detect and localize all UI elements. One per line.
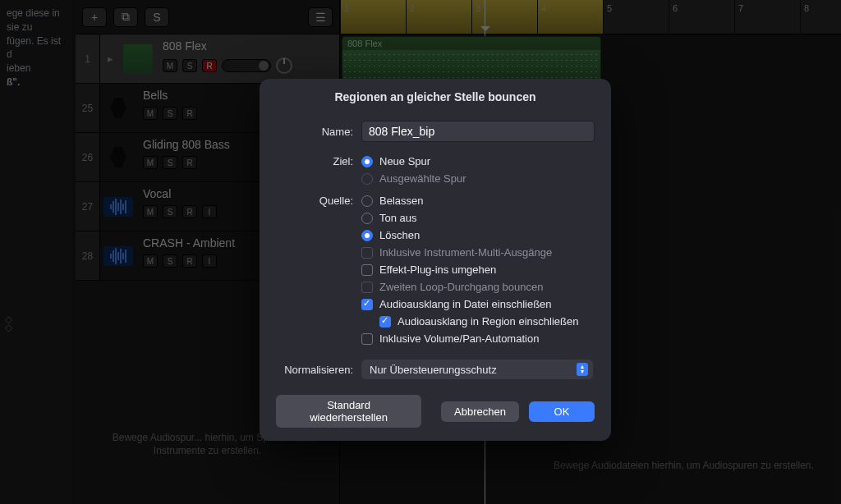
solo-button[interactable]: S: [163, 107, 177, 120]
mute-button[interactable]: M: [143, 156, 158, 169]
solo-button[interactable]: S: [163, 254, 177, 268]
input-monitor-button[interactable]: I: [202, 254, 217, 268]
record-button[interactable]: R: [182, 156, 197, 169]
mic-icon: [109, 98, 127, 119]
check-second-loop: [361, 282, 373, 293]
quelle-tonaus-radio[interactable]: [361, 213, 373, 224]
quelle-loeschen-label: Löschen: [379, 229, 420, 241]
dialog-title: Regionen an gleicher Stelle bouncen: [260, 90, 611, 103]
check-tail-file[interactable]: [361, 299, 373, 310]
track-index: 27: [76, 182, 100, 231]
record-button[interactable]: R: [202, 59, 217, 72]
track-name: 808 Flex: [163, 39, 339, 53]
reset-defaults-button[interactable]: Standard wiederherstellen: [276, 395, 421, 428]
region-content: [342, 52, 600, 81]
waveform-icon: [103, 246, 133, 266]
check-tail-region[interactable]: [379, 316, 391, 328]
midi-region[interactable]: 808 Flex: [342, 36, 601, 82]
check-second-loop-label: Zweiten Loop-Durchgang bouncen: [379, 281, 543, 293]
library-hint: ege diese in sie zu fügen. Es ist d iebe…: [7, 7, 66, 89]
quelle-belassen-label: Belassen: [379, 195, 423, 207]
disclosure-icon[interactable]: ▸: [100, 34, 120, 83]
normalize-label: Normalisieren:: [260, 364, 353, 376]
ruler-tick: 1: [340, 0, 349, 34]
record-button[interactable]: R: [182, 107, 197, 120]
mic-icon: [109, 147, 127, 168]
track-index: 28: [76, 231, 100, 280]
quelle-label: Quelle:: [260, 195, 353, 207]
ruler-tick: 7: [734, 0, 743, 34]
ziel-neue-spur-label: Neue Spur: [379, 155, 430, 167]
check-bypass-fx-label: Effekt-Plug-ins umgehen: [379, 263, 496, 276]
track-icon: [100, 182, 136, 231]
waveform-icon: [103, 197, 133, 217]
track-index: 1: [76, 34, 100, 83]
input-monitor-button[interactable]: I: [202, 205, 217, 218]
check-multi: [361, 247, 373, 259]
ruler-tick: 6: [669, 0, 678, 34]
select-caret-icon: ▲▼: [577, 363, 588, 376]
quelle-belassen-radio[interactable]: [361, 195, 373, 207]
check-volume-pan-label: Inklusive Volume/Pan-Automation: [379, 332, 539, 345]
track-icon: [100, 84, 136, 132]
record-button[interactable]: R: [182, 205, 197, 218]
check-tail-region-label: Audioausklang in Region einschließen: [398, 315, 578, 328]
region-label: 808 Flex: [342, 37, 600, 50]
ruler-tick: 5: [603, 0, 612, 34]
track-toolbar: + ⧉ S ☰: [76, 0, 339, 34]
name-label: Name:: [260, 126, 353, 138]
ruler-tick: 2: [406, 0, 415, 34]
zoom-handles[interactable]: ◇◇: [5, 315, 12, 332]
drumpad-icon: [123, 44, 153, 74]
ruler-tick: 4: [537, 0, 546, 34]
mute-button[interactable]: M: [143, 107, 158, 120]
bounce-dialog: Regionen an gleicher Stelle bouncen Name…: [260, 79, 611, 441]
check-tail-file-label: Audioausklang in Datei einschließen: [379, 298, 552, 310]
solo-button[interactable]: S: [163, 156, 177, 169]
check-multi-label: Inklusive Instrument-Multi-Ausgänge: [379, 246, 552, 259]
name-input[interactable]: [361, 121, 595, 142]
ziel-ausgewaehlte-radio: [361, 173, 373, 185]
volume-slider[interactable]: [222, 59, 271, 72]
solo-button[interactable]: S: [163, 205, 177, 218]
quelle-loeschen-radio[interactable]: [361, 230, 373, 241]
track-icon: [100, 133, 136, 181]
library-panel: ege diese in sie zu fügen. Es ist d iebe…: [0, 0, 72, 504]
duplicate-track-button[interactable]: ⧉: [113, 7, 138, 27]
mute-button[interactable]: M: [143, 254, 158, 268]
ok-button[interactable]: OK: [529, 401, 595, 422]
solo-button[interactable]: S: [182, 59, 197, 72]
record-button[interactable]: R: [182, 254, 197, 268]
tracklist-view-button[interactable]: ☰: [308, 7, 333, 27]
cancel-button[interactable]: Abbrechen: [441, 401, 519, 422]
ruler-tick: 8: [800, 0, 809, 34]
check-volume-pan[interactable]: [361, 333, 373, 345]
pan-knob[interactable]: [276, 57, 292, 74]
track-index: 26: [76, 133, 100, 181]
ziel-neue-spur-radio[interactable]: [361, 156, 373, 167]
track-icon: [100, 231, 136, 280]
ziel-ausgewaehlte-label: Ausgewählte Spur: [379, 172, 466, 185]
ziel-label: Ziel:: [260, 155, 353, 167]
track-row[interactable]: 1 ▸ 808 Flex M S R: [76, 34, 339, 84]
add-track-button[interactable]: +: [82, 7, 107, 27]
check-bypass-fx[interactable]: [361, 264, 373, 276]
ruler-tick: 3: [471, 0, 480, 34]
global-solo-button[interactable]: S: [145, 7, 169, 27]
mute-button[interactable]: M: [143, 205, 158, 218]
timeline-ruler[interactable]: 12345678: [340, 0, 841, 34]
normalize-select[interactable]: Nur Übersteuerungsschutz ▲▼: [361, 360, 593, 379]
arrange-drop-hint: Bewege Audiodateien hierhin, um Audiospu…: [554, 460, 841, 471]
track-index: 25: [76, 84, 100, 132]
mute-button[interactable]: M: [163, 59, 177, 72]
track-icon: [120, 34, 156, 83]
quelle-tonaus-label: Ton aus: [379, 212, 417, 224]
normalize-value: Nur Übersteuerungsschutz: [370, 364, 497, 376]
